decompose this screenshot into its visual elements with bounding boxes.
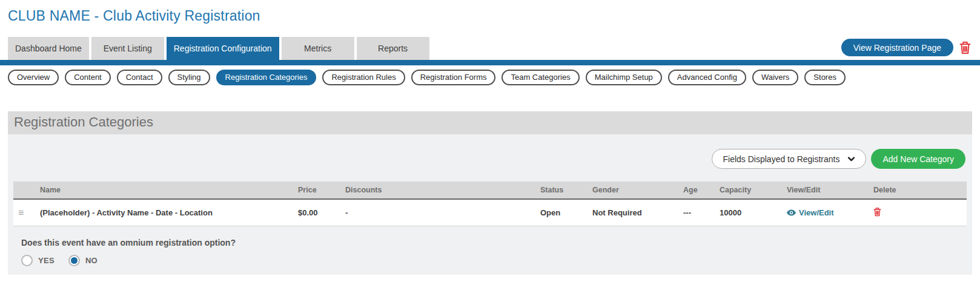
section-title: Registration Categories: [8, 111, 972, 134]
tab-actions: View Registration Page: [841, 39, 972, 60]
main-tab-bar: Dashboard Home Event Listing Registratio…: [0, 37, 980, 60]
cell-price: $0.00: [293, 199, 340, 226]
fields-displayed-dropdown-label: Fields Displayed to Registrants: [723, 154, 840, 164]
table-header-row: Name Price Discounts Status Gender Age C…: [13, 182, 967, 199]
registration-categories-section: Registration Categories Fields Displayed…: [0, 111, 980, 275]
cell-category-name: (Placeholder) - Activity Name - Date - L…: [35, 199, 293, 226]
radio-no[interactable]: [68, 255, 80, 266]
omnium-radio-group: YES NO: [21, 255, 967, 266]
col-discounts: Discounts: [340, 182, 535, 199]
subnav-pill-stores[interactable]: Stores: [804, 70, 846, 85]
cell-age: ---: [678, 199, 715, 226]
subnav-pill-overview[interactable]: Overview: [8, 70, 59, 85]
page: CLUB NAME - Club Activity Registration D…: [0, 0, 980, 275]
col-delete: Delete: [869, 182, 967, 199]
subnav-pill-content[interactable]: Content: [65, 70, 111, 85]
config-subnav: Overview Content Contact Styling Registr…: [0, 70, 980, 85]
delete-row-trash-icon[interactable]: [873, 207, 881, 217]
view-edit-link[interactable]: View/Edit: [787, 208, 834, 217]
cell-status: Open: [535, 199, 588, 226]
page-title: CLUB NAME - Club Activity Registration: [8, 0, 972, 24]
omnium-question: Does this event have an omnium registrat…: [21, 238, 967, 247]
col-price: Price: [293, 182, 340, 199]
tab-reports[interactable]: Reports: [357, 37, 429, 60]
col-name: Name: [35, 182, 293, 199]
tab-dashboard-home[interactable]: Dashboard Home: [8, 37, 89, 60]
table-toolbar: Fields Displayed to Registrants Add New …: [13, 149, 967, 169]
subnav-pill-registration-forms[interactable]: Registration Forms: [411, 70, 496, 85]
subnav-pill-waivers[interactable]: Waivers: [752, 70, 798, 85]
radio-yes[interactable]: [21, 255, 33, 266]
table-row: ≡ (Placeholder) - Activity Name - Date -…: [13, 199, 967, 226]
tab-underline-bar: [0, 60, 980, 65]
subnav-pill-advanced-config[interactable]: Advanced Config: [668, 70, 746, 85]
subnav-pill-team-categories[interactable]: Team Categories: [502, 70, 579, 85]
subnav-pill-registration-categories[interactable]: Registration Categories: [216, 70, 317, 85]
omnium-question-block: Does this event have an omnium registrat…: [13, 238, 967, 266]
chevron-down-icon: [847, 154, 856, 163]
tab-registration-configuration[interactable]: Registration Configuration: [167, 37, 279, 60]
eye-icon: [787, 209, 796, 216]
tab-event-listing[interactable]: Event Listing: [91, 37, 164, 60]
fields-displayed-dropdown[interactable]: Fields Displayed to Registrants: [712, 149, 867, 169]
cell-discounts: -: [340, 199, 535, 226]
radio-yes-label: YES: [38, 256, 55, 265]
cell-gender: Not Required: [588, 199, 678, 226]
col-capacity: Capacity: [715, 182, 782, 199]
subnav-pill-registration-rules[interactable]: Registration Rules: [322, 70, 405, 85]
drag-handle-icon[interactable]: ≡: [18, 208, 24, 218]
cell-capacity: 10000: [715, 199, 782, 226]
section-panel: Fields Displayed to Registrants Add New …: [8, 134, 972, 275]
col-drag: [13, 182, 35, 199]
col-gender: Gender: [588, 182, 678, 199]
subnav-pill-contact[interactable]: Contact: [117, 70, 162, 85]
col-status: Status: [535, 182, 588, 199]
subnav-pill-mailchimp-setup[interactable]: Mailchimp Setup: [586, 70, 662, 85]
categories-table: Name Price Discounts Status Gender Age C…: [13, 182, 967, 226]
radio-no-label: NO: [85, 256, 98, 265]
trash-icon[interactable]: [959, 41, 971, 54]
col-view-edit: View/Edit: [782, 182, 869, 199]
col-age: Age: [678, 182, 715, 199]
subnav-pill-styling[interactable]: Styling: [168, 70, 210, 85]
view-registration-page-button[interactable]: View Registration Page: [841, 39, 953, 56]
add-new-category-button[interactable]: Add New Category: [871, 149, 965, 169]
tab-metrics[interactable]: Metrics: [282, 37, 354, 60]
view-edit-label: View/Edit: [799, 208, 834, 217]
